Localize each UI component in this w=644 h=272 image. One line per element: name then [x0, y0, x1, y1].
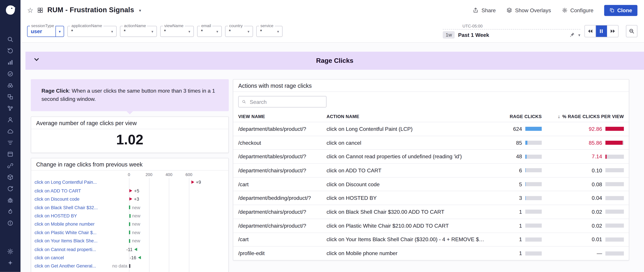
title-chevron-down-icon[interactable]: ▾ [139, 8, 141, 12]
action-name-cell: click on Discount code [326, 181, 489, 187]
table-row[interactable]: /department/chairs/product/? click on AD… [233, 163, 629, 177]
pct-bar [606, 155, 624, 159]
action-link[interactable]: click on Your Items Black She... [34, 238, 128, 243]
pct-bar [606, 141, 624, 145]
fast-forward-button[interactable] [607, 25, 618, 37]
sidebar-item-monitors[interactable] [0, 68, 20, 80]
rage-clicks-value: 3 [519, 195, 522, 201]
pause-button[interactable] [596, 25, 607, 37]
change-row-chart: no data [128, 262, 225, 270]
filter-country[interactable]: country * ▾ [225, 26, 253, 37]
filter-service[interactable]: service * ▾ [256, 26, 282, 37]
table-row[interactable]: /profile-edit click on Mobile phone numb… [233, 246, 629, 260]
table-header: VIEW NAME ACTION NAME RAGE CLICKS ↓ % RA… [233, 111, 629, 122]
sidebar-item-dashboards[interactable] [0, 91, 20, 103]
action-link[interactable]: click on Plastic White Chair $... [34, 230, 128, 235]
sidebar-item-watchdog[interactable] [0, 80, 20, 91]
share-button[interactable]: Share [473, 7, 496, 13]
pct-value: 0.02 [584, 209, 602, 215]
section-collapse-chevron-icon[interactable] [34, 57, 40, 62]
table-row[interactable]: /department/bedding/product/? click on H… [233, 191, 629, 205]
rage-clicks-value: 1 [519, 223, 522, 229]
table-row[interactable]: /department/tables/product/? click on Ca… [233, 149, 629, 163]
change-row-chart: new [128, 203, 225, 212]
range-label: Past 1 Week [458, 32, 489, 38]
action-link[interactable]: click on Mobile phone number [34, 222, 128, 227]
action-name-cell: click on Plastic White Chair $210.00 ADD… [326, 223, 489, 229]
filter-actionName[interactable]: actionName * ▾ [120, 26, 157, 37]
filter-email[interactable]: email * ▾ [197, 26, 222, 37]
action-link[interactable]: click on Black Shell Chair $32... [34, 205, 128, 210]
new-tick-icon [129, 206, 130, 209]
datadog-logo[interactable] [3, 3, 17, 17]
change-value: new [132, 230, 140, 235]
pin-icon[interactable] [569, 32, 575, 38]
show-overlays-button[interactable]: Show Overlays [506, 7, 551, 13]
rewind-button[interactable] [585, 25, 596, 37]
chevron-down-icon: ▾ [56, 26, 64, 36]
rage-clicks-value: 85 [516, 140, 522, 146]
table-row[interactable]: /department/tables/product/? click on Lo… [233, 122, 629, 136]
col-pct-label: % RAGE CLICKS PER VIEW [562, 114, 624, 119]
sidebar-item-ci-cd[interactable] [0, 183, 20, 195]
filter-applicationName[interactable]: applicationName * ▾ [68, 26, 117, 37]
sidebar-item-profiling[interactable] [0, 206, 20, 217]
chevron-down-icon: ▾ [274, 26, 282, 36]
action-link[interactable]: click on Long Contentful Pain... [34, 180, 128, 185]
col-view-name[interactable]: VIEW NAME [238, 114, 326, 119]
action-link[interactable]: click on Discount code [34, 197, 128, 202]
sidebar-item-integrations[interactable] [0, 160, 20, 172]
sidebar-item-infrastructure[interactable] [0, 125, 20, 137]
col-pct-rage-clicks[interactable]: ↓ % RAGE CLICKS PER VIEW [542, 114, 624, 119]
sidebar-item-packages[interactable] [0, 172, 20, 183]
view-name-cell: /department/bedding/product/? [238, 195, 326, 201]
pct-bar [606, 224, 624, 228]
time-range-picker[interactable]: UTC-05:00 1w Past 1 Week ▾ [443, 24, 580, 38]
rage-clicks-bar [525, 141, 542, 145]
table-row[interactable]: /checkout click on cancel 85 85.86 [233, 136, 629, 150]
col-rage-clicks[interactable]: RAGE CLICKS [489, 114, 542, 119]
change-row: click on Get Another General... no data [34, 262, 225, 270]
header-actions: Share Show Overlays Configure Clone [473, 5, 638, 16]
favorite-star-icon[interactable]: ☆ [27, 7, 33, 14]
sidebar-item-metrics[interactable] [0, 57, 20, 68]
filter-viewName[interactable]: viewName * ▾ [160, 26, 194, 37]
action-link[interactable]: click on ADD TO CART [34, 188, 128, 193]
zoom-out-button[interactable] [626, 25, 638, 37]
sidebar-item-logs[interactable] [0, 137, 20, 149]
actions-table-widget: Actions with most rage clicks VIEW NAME … [233, 79, 629, 261]
action-link[interactable]: click on cancel [34, 255, 128, 260]
rage-clicks-bar [525, 182, 542, 186]
sidebar-item-software-catalog[interactable] [0, 149, 20, 160]
col-action-name[interactable]: ACTION NAME [326, 114, 489, 119]
pct-value: 0.02 [584, 223, 602, 229]
table-row[interactable]: /cart click on Discount code 5 0.08 [233, 177, 629, 191]
sidebar-item-organization-settings[interactable] [0, 246, 20, 257]
view-name-cell: /profile-edit [238, 250, 326, 257]
rage-clicks-value: 1 [519, 250, 522, 257]
change-value: +5 [134, 188, 139, 193]
sidebar-item-security[interactable] [0, 195, 20, 206]
sidebar-item-history[interactable] [0, 45, 20, 57]
rage-clicks-cell: 624 [489, 126, 542, 132]
table-row[interactable]: /cart click on Your Items Black Shell Ch… [233, 232, 629, 246]
rage-clicks-cell: 6 [489, 167, 542, 174]
search-input[interactable] [249, 98, 323, 105]
app-window: ☆ RUM - Frustration Signals ▾ Share Show… [0, 0, 644, 272]
filter-sessionType[interactable]: sessionType user ▾ [27, 26, 64, 37]
sidebar-item-whats-new[interactable] [0, 257, 20, 269]
table-row[interactable]: /department/chairs/product/? click on Bl… [233, 205, 629, 219]
sidebar-item-error-tracking[interactable] [0, 217, 20, 229]
change-value: -16 [130, 255, 136, 260]
table-row[interactable]: /department/chairs/product/? click on Pl… [233, 219, 629, 233]
configure-button[interactable]: Configure [562, 7, 593, 13]
action-link[interactable]: click on HOSTED BY [34, 213, 128, 218]
sidebar-item-apm[interactable] [0, 102, 20, 114]
sidebar-item-search[interactable] [0, 34, 20, 45]
pct-rage-clicks-cell: 7.14 [542, 153, 624, 160]
clone-button[interactable]: Clone [604, 5, 638, 16]
chevron-down-icon: ▾ [148, 26, 156, 36]
sidebar-item-rum[interactable] [0, 114, 20, 126]
action-link[interactable]: click on Cannot read properti... [34, 247, 128, 252]
time-chevron-down-icon[interactable]: ▾ [578, 33, 580, 37]
